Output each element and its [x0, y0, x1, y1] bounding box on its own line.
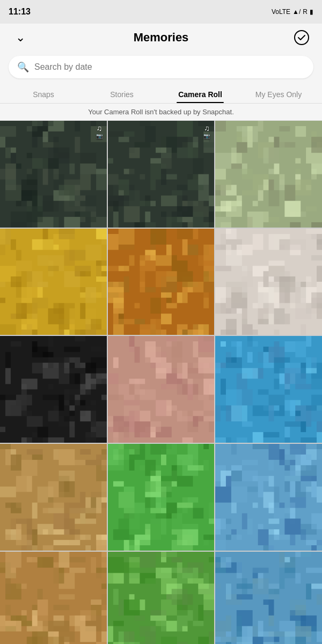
- search-container: 🔍: [0, 52, 322, 85]
- photo-cell[interactable]: [108, 552, 215, 644]
- photo-cell[interactable]: ♫📷: [0, 121, 107, 228]
- photo-cell[interactable]: [108, 336, 215, 443]
- photo-cell[interactable]: [0, 229, 107, 335]
- photo-cell[interactable]: [215, 552, 322, 644]
- check-circle-icon[interactable]: [293, 29, 310, 46]
- header: ⌄ Memories: [0, 24, 322, 52]
- tab-snaps[interactable]: Snaps: [4, 85, 83, 103]
- r-indicator: R: [303, 8, 308, 16]
- photo-cell[interactable]: [215, 121, 322, 228]
- photo-cell[interactable]: [108, 444, 215, 551]
- search-icon: 🔍: [17, 61, 29, 73]
- photo-cell[interactable]: [0, 336, 107, 443]
- search-bar[interactable]: 🔍: [9, 56, 313, 78]
- photo-cell[interactable]: [0, 552, 107, 644]
- photo-grid: ♫📷♫📷: [0, 121, 322, 644]
- svg-point-0: [295, 31, 309, 45]
- photo-cell[interactable]: [0, 444, 107, 551]
- video-indicator-icon: ♫📷: [96, 124, 103, 139]
- photo-cell[interactable]: [215, 444, 322, 551]
- status-icons: VoLTE ▲/ R ▮: [272, 8, 313, 16]
- battery-icon: ▮: [310, 8, 313, 16]
- photo-cell[interactable]: [215, 229, 322, 335]
- tab-camera-roll[interactable]: Camera Roll: [161, 85, 239, 103]
- page-title: Memories: [32, 31, 290, 45]
- status-bar: 11:13 VoLTE ▲/ R ▮: [0, 0, 322, 24]
- volte-icon: VoLTE: [272, 8, 290, 16]
- photo-cell[interactable]: ♫📷: [108, 121, 215, 228]
- tab-my-eyes-only[interactable]: My Eyes Only: [239, 85, 318, 103]
- chevron-down-icon[interactable]: ⌄: [16, 31, 25, 45]
- photo-cell[interactable]: [108, 229, 215, 335]
- search-input[interactable]: [34, 62, 305, 72]
- select-button[interactable]: [290, 29, 313, 46]
- tab-bar: Snaps Stories Camera Roll My Eyes Only: [0, 85, 322, 104]
- status-time: 11:13: [9, 7, 31, 17]
- photo-cell[interactable]: [215, 336, 322, 443]
- video-indicator-icon: ♫📷: [203, 124, 210, 139]
- tab-stories[interactable]: Stories: [83, 85, 161, 103]
- back-button[interactable]: ⌄: [9, 31, 32, 45]
- backup-notice: Your Camera Roll isn't backed up by Snap…: [0, 104, 322, 121]
- signal-icon: ▲/: [292, 8, 301, 16]
